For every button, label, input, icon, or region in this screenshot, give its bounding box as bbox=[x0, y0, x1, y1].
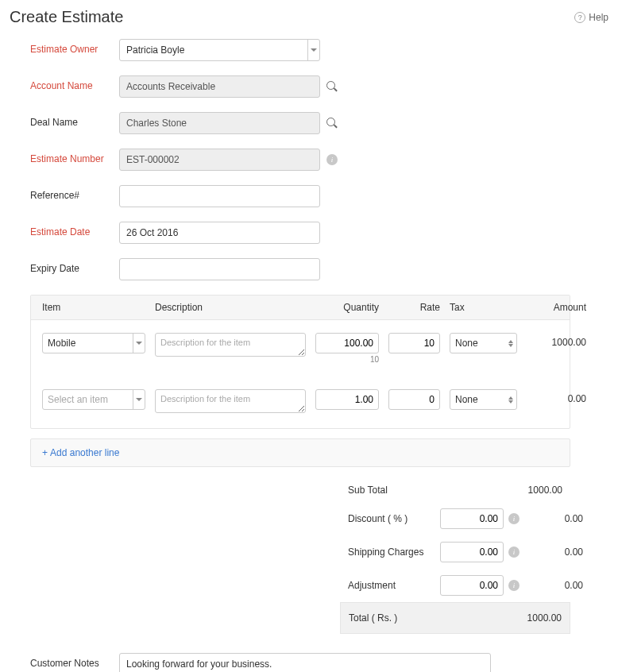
account-name-field[interactable]: Accounts Receivable bbox=[119, 75, 320, 98]
label-expiry-date: Expiry Date bbox=[30, 258, 119, 274]
info-icon[interactable]: i bbox=[508, 580, 520, 591]
expiry-date-input[interactable] bbox=[119, 258, 320, 280]
subtotal-label: Sub Total bbox=[348, 485, 435, 496]
add-line-bar: +Add another line bbox=[30, 438, 570, 467]
account-name-value: Accounts Receivable bbox=[126, 81, 215, 92]
shipping-label: Shipping Charges bbox=[348, 546, 435, 558]
info-icon[interactable]: i bbox=[326, 154, 338, 165]
total-value: 1000.00 bbox=[506, 612, 562, 624]
help-icon: ? bbox=[574, 12, 585, 23]
plus-icon: + bbox=[42, 447, 48, 458]
label-estimate-date: Estimate Date bbox=[30, 222, 119, 238]
item-description-input[interactable] bbox=[155, 389, 306, 413]
item-select[interactable]: Select an item bbox=[42, 389, 145, 410]
label-customer-notes: Customer Notes bbox=[30, 653, 119, 669]
quantity-subtext: 10 bbox=[315, 355, 379, 364]
total-label: Total ( Rs. ) bbox=[349, 612, 436, 624]
line-items-table: Item Description Quantity Rate Tax Amoun… bbox=[30, 295, 570, 429]
rate-input[interactable] bbox=[388, 333, 440, 353]
estimate-owner-select[interactable]: Patricia Boyle bbox=[119, 39, 320, 61]
estimate-owner-value: Patricia Boyle bbox=[126, 44, 184, 56]
help-label: Help bbox=[589, 12, 608, 23]
stepper-icon bbox=[508, 340, 513, 347]
chevron-down-icon bbox=[136, 342, 142, 345]
search-icon[interactable] bbox=[326, 81, 338, 92]
adjustment-value: 0.00 bbox=[527, 580, 583, 591]
item-select-value: Mobile bbox=[48, 338, 75, 349]
estimate-number-value: EST-000002 bbox=[126, 154, 180, 165]
add-another-line-label: Add another line bbox=[50, 447, 119, 458]
customer-notes-input[interactable] bbox=[119, 653, 491, 672]
tax-select-value: None bbox=[455, 394, 478, 405]
rate-input[interactable] bbox=[388, 389, 440, 410]
info-icon[interactable]: i bbox=[508, 513, 520, 524]
adjustment-input[interactable] bbox=[440, 575, 504, 596]
line-item-row: Mobile 10 None bbox=[31, 320, 570, 377]
item-select-placeholder: Select an item bbox=[48, 394, 108, 405]
line-amount: 0.00 bbox=[527, 389, 586, 404]
shipping-value: 0.00 bbox=[527, 546, 583, 558]
discount-label: Discount ( % ) bbox=[348, 513, 435, 524]
label-estimate-number: Estimate Number bbox=[30, 149, 119, 164]
chevron-down-icon bbox=[311, 48, 317, 52]
search-icon[interactable] bbox=[326, 118, 338, 129]
deal-name-field[interactable]: Charles Stone bbox=[119, 112, 320, 134]
totals-panel: Sub Total 1000.00 Discount ( % ) i 0.00 … bbox=[30, 478, 570, 634]
chevron-down-icon bbox=[136, 398, 142, 401]
label-reference: Reference# bbox=[30, 185, 119, 201]
help-link[interactable]: ? Help bbox=[574, 12, 608, 23]
reference-input[interactable] bbox=[119, 185, 320, 207]
deal-name-value: Charles Stone bbox=[126, 118, 187, 129]
col-amount: Amount bbox=[527, 302, 586, 313]
label-account-name: Account Name bbox=[30, 75, 119, 91]
label-deal-name: Deal Name bbox=[30, 112, 119, 128]
info-icon[interactable]: i bbox=[508, 546, 520, 558]
col-tax: Tax bbox=[450, 302, 517, 313]
shipping-input[interactable] bbox=[440, 542, 504, 562]
item-select[interactable]: Mobile bbox=[42, 333, 145, 353]
tax-select-value: None bbox=[455, 338, 478, 349]
quantity-input[interactable] bbox=[315, 389, 379, 410]
item-description-input[interactable] bbox=[155, 333, 306, 357]
label-estimate-owner: Estimate Owner bbox=[30, 39, 119, 55]
estimate-number-field[interactable]: EST-000002 bbox=[119, 149, 320, 171]
col-item: Item bbox=[42, 302, 145, 313]
quantity-input[interactable] bbox=[315, 333, 379, 353]
discount-input[interactable] bbox=[440, 508, 504, 529]
page-title: Create Estimate bbox=[10, 8, 123, 26]
estimate-date-input[interactable] bbox=[119, 222, 320, 244]
add-another-line-link[interactable]: +Add another line bbox=[42, 447, 119, 458]
col-quantity: Quantity bbox=[315, 302, 379, 313]
line-amount: 1000.00 bbox=[527, 333, 586, 348]
adjustment-label: Adjustment bbox=[348, 580, 435, 591]
col-rate: Rate bbox=[388, 302, 440, 313]
col-description: Description bbox=[155, 302, 306, 313]
subtotal-value: 1000.00 bbox=[507, 485, 562, 496]
line-items-header: Item Description Quantity Rate Tax Amoun… bbox=[31, 295, 570, 320]
line-item-row: Select an item None bbox=[31, 377, 570, 428]
stepper-icon bbox=[508, 396, 513, 404]
discount-value: 0.00 bbox=[527, 513, 583, 524]
tax-select[interactable]: None bbox=[450, 389, 517, 410]
tax-select[interactable]: None bbox=[450, 333, 517, 353]
